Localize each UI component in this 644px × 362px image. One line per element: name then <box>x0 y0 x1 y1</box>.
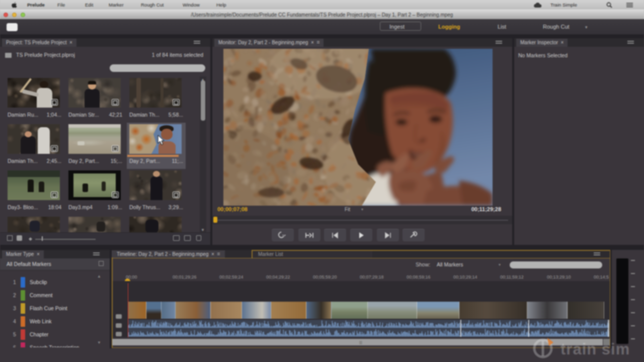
svg-text:train sim: train sim <box>560 340 630 358</box>
